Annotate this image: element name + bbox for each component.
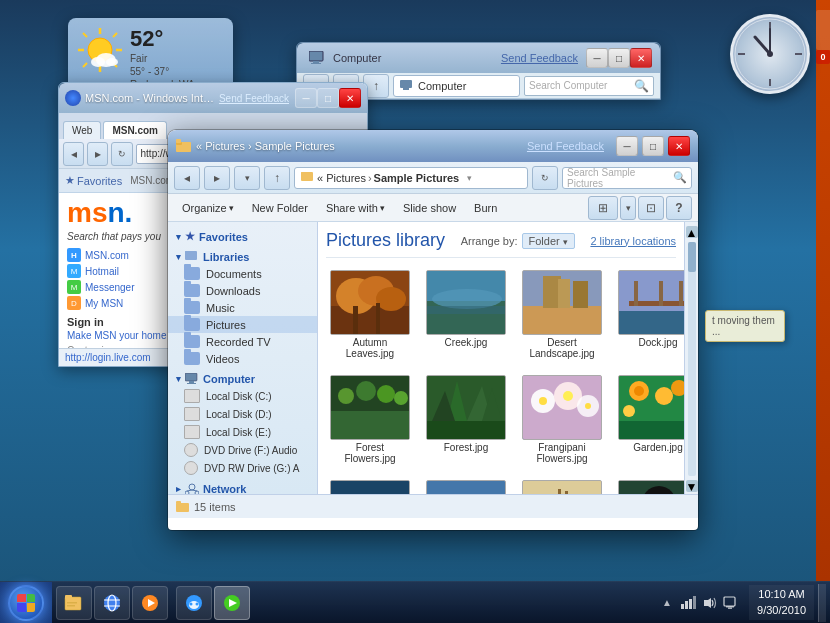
thumbnail-garden[interactable]: Garden.jpg — [614, 371, 684, 468]
sidebar-item-recorded-tv[interactable]: Recorded TV — [168, 333, 317, 350]
ie-forward-btn[interactable]: ▸ — [87, 142, 108, 166]
sidebar-computer-section: ▾ Computer Local Disk (C:) Local Disk (D… — [168, 371, 317, 477]
sidebar-item-music[interactable]: Music — [168, 299, 317, 316]
thumbnail-autumn[interactable]: AutumnLeaves.jpg — [326, 266, 414, 363]
scroll-down-btn[interactable]: ▼ — [686, 480, 698, 492]
sidebar-item-downloads[interactable]: Downloads — [168, 282, 317, 299]
thumbnail-desert[interactable]: DesertLandscape.jpg — [518, 266, 606, 363]
computer-send-feedback[interactable]: Send Feedback — [501, 52, 578, 64]
weather-temperature: 52° — [130, 26, 225, 52]
arrange-by-control[interactable]: Arrange by: Folder ▾ — [461, 233, 575, 249]
thumbnail-creek-label: Creek.jpg — [445, 337, 488, 348]
burn-btn[interactable]: Burn — [466, 200, 505, 216]
scroll-thumb[interactable] — [688, 242, 696, 272]
sidebar-network-header[interactable]: ▸ Network — [168, 481, 317, 494]
svg-rect-112 — [176, 501, 181, 504]
thumbnail-oryx[interactable]: Oryx — [518, 476, 606, 494]
ie-back-btn[interactable]: ◂ — [63, 142, 84, 166]
explorer-up-btn[interactable]: ↑ — [264, 166, 290, 190]
svg-line-15 — [83, 63, 87, 67]
view-toggle-btn[interactable]: ⊞ — [588, 196, 618, 220]
computer-address-field[interactable]: Computer — [393, 75, 520, 97]
taskbar-msn-btn[interactable] — [176, 586, 212, 620]
explorer-close-btn[interactable]: ✕ — [668, 136, 690, 156]
explorer-maximize-btn[interactable]: □ — [642, 136, 664, 156]
thumbnail-toucan[interactable]: Toco Toucan.jpg — [614, 476, 684, 494]
taskbar-explorer-btn[interactable] — [56, 586, 92, 620]
thumbnail-dock[interactable]: Dock.jpg — [614, 266, 684, 363]
sidebar-item-disk-d[interactable]: Local Disk (D:) — [168, 405, 317, 423]
sidebar-computer-header[interactable]: ▾ Computer — [168, 371, 317, 387]
library-locations-link[interactable]: 2 library locations — [590, 235, 676, 247]
sound-tray-icon[interactable] — [703, 596, 717, 610]
thumbnail-frangipani[interactable]: FrangipaniFlowers.jpg — [518, 371, 606, 468]
view-dropdown-btn[interactable]: ▾ — [620, 196, 636, 220]
sidebar-item-disk-e[interactable]: Local Disk (E:) — [168, 423, 317, 441]
folder-option-btn[interactable]: Folder ▾ — [522, 233, 575, 249]
thumbnail-creek[interactable]: Creek.jpg — [422, 266, 510, 363]
explorer-search-box[interactable]: Search Sample Pictures 🔍 — [562, 167, 692, 189]
explorer-minimize-btn[interactable]: ─ — [616, 136, 638, 156]
sidebar-favorites-header[interactable]: ▾ ★ Favorites — [168, 228, 317, 245]
preview-pane-btn[interactable]: ⊡ — [638, 196, 664, 220]
thumbnail-forest-flowers[interactable]: ForestFlowers.jpg — [326, 371, 414, 468]
taskbar-media-btn[interactable] — [132, 586, 168, 620]
ie-favorites-btn[interactable]: ★ Favorites — [65, 174, 122, 187]
gadget-sidebar-tab[interactable] — [816, 10, 830, 50]
explorer-forward-btn[interactable]: ▸ — [204, 166, 230, 190]
slideshow-btn[interactable]: Slide show — [395, 200, 464, 216]
svg-rect-135 — [726, 606, 734, 608]
explorer-scrollbar[interactable]: ▲ ▼ — [684, 222, 698, 494]
sidebar-item-dvd-g[interactable]: DVD RW Drive (G:) A — [168, 459, 317, 477]
explorer-back-btn[interactable]: ◂ — [174, 166, 200, 190]
thumbnail-frangipani-img — [522, 375, 602, 440]
thumbnail-forest-label: Forest.jpg — [444, 442, 488, 453]
recorded-tv-folder-icon — [184, 335, 200, 348]
ie-send-feedback[interactable]: Send Feedback — [219, 93, 289, 104]
sidebar-item-pictures[interactable]: Pictures — [168, 316, 317, 333]
explorer-address-bar[interactable]: « Pictures › Sample Pictures ▾ — [294, 167, 528, 189]
thumbnail-humpback[interactable]: Humpback — [422, 476, 510, 494]
explorer-window: « Pictures › Sample Pictures Send Feedba… — [168, 130, 698, 530]
svg-point-126 — [196, 602, 199, 605]
explorer-refresh-btn[interactable]: ↻ — [532, 166, 558, 190]
thumbnail-forest[interactable]: Forest.jpg — [422, 371, 510, 468]
organize-menu-btn[interactable]: Organize ▾ — [174, 200, 242, 216]
computer-close-btn[interactable]: ✕ — [630, 48, 652, 68]
computer-maximize-btn[interactable]: □ — [608, 48, 630, 68]
clock-display[interactable]: 10:10 AM 9/30/2010 — [749, 585, 814, 620]
ie-minimize-btn[interactable]: ─ — [295, 88, 317, 108]
computer-search-box[interactable]: Search Computer 🔍 — [524, 76, 654, 96]
show-hidden-icons-btn[interactable]: ▲ — [659, 594, 675, 612]
taskbar-ie-btn[interactable] — [94, 586, 130, 620]
thumbnail-autumn-img — [330, 270, 410, 335]
sidebar-item-dvd-f[interactable]: DVD Drive (F:) Audio — [168, 441, 317, 459]
explorer-addr-dropdown[interactable]: ▾ — [467, 173, 472, 183]
dvd-g-icon — [184, 461, 198, 475]
ie-tab-web[interactable]: Web — [63, 121, 101, 139]
sidebar-favorites-section: ▾ ★ Favorites — [168, 228, 317, 245]
sidebar-item-videos[interactable]: Videos — [168, 350, 317, 367]
action-center-icon[interactable] — [723, 596, 737, 610]
explorer-recent-btn[interactable]: ▾ — [234, 166, 260, 190]
ie-refresh-btn[interactable]: ↻ — [111, 142, 132, 166]
show-desktop-btn[interactable] — [818, 584, 826, 622]
new-folder-btn[interactable]: New Folder — [244, 200, 316, 216]
help-btn[interactable]: ? — [666, 196, 692, 220]
sidebar-item-disk-c[interactable]: Local Disk (C:) — [168, 387, 317, 405]
sidebar-libraries-header[interactable]: ▾ Libraries — [168, 249, 317, 265]
svg-point-18 — [91, 57, 105, 67]
taskbar-wmp-btn[interactable] — [214, 586, 250, 620]
explorer-send-feedback[interactable]: Send Feedback — [527, 140, 604, 152]
ie-close-btn[interactable]: ✕ — [339, 88, 361, 108]
computer-minimize-btn[interactable]: ─ — [586, 48, 608, 68]
share-with-btn[interactable]: Share with ▾ — [318, 200, 393, 216]
network-tray-icon[interactable] — [681, 596, 697, 610]
start-button[interactable] — [0, 582, 52, 624]
scroll-up-btn[interactable]: ▲ — [686, 226, 698, 238]
ie-maximize-btn[interactable]: □ — [317, 88, 339, 108]
ie-tab-msn[interactable]: MSN.com — [103, 121, 167, 139]
network-icon — [185, 483, 199, 494]
sidebar-item-documents[interactable]: Documents — [168, 265, 317, 282]
thumbnail-greensea[interactable]: Green Sea — [326, 476, 414, 494]
